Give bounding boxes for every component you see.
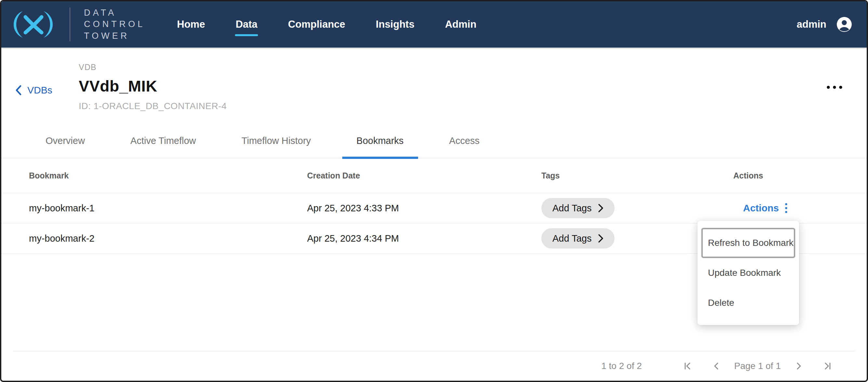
app-wordmark: DATA CONTROL TOWER [84,7,145,42]
actions-dropdown-menu: Refresh to Bookmark Update Bookmark Dele… [698,221,799,325]
pagination-bar: 1 to 2 of 2 Page 1 of 1 [13,351,855,381]
creation-date: Apr 25, 2023 4:34 PM [307,233,541,244]
username-label: admin [797,19,826,30]
topbar-user-area: admin [797,16,852,33]
chevron-right-icon [598,204,603,213]
user-avatar-icon[interactable] [836,16,852,33]
last-page-icon [823,361,832,371]
pagination-range-label: 1 to 2 of 2 [601,361,642,371]
chevron-right-icon [794,361,804,371]
first-page-button[interactable] [681,359,694,373]
add-tags-button[interactable]: Add Tags [541,228,615,248]
table-header-row: Bookmark Creation Date Tags Actions [1,158,867,193]
logo-divider [70,7,70,41]
column-header-tags: Tags [541,171,733,180]
tab-access[interactable]: Access [435,136,494,158]
delphix-mark-icon[interactable] [8,8,58,40]
first-page-icon [683,361,693,371]
add-tags-button[interactable]: Add Tags [541,198,615,218]
app-window: DATA CONTROL TOWER Home Data Compliance … [0,0,868,382]
back-link-label: VDBs [27,85,52,96]
tab-bar: Overview Active Timeflow Timeflow Histor… [1,129,867,158]
column-header-actions: Actions [733,171,854,180]
entity-id-label: ID: 1-ORACLE_DB_CONTAINER-4 [79,101,227,111]
nav-item-home[interactable]: Home [176,15,206,33]
tab-overview[interactable]: Overview [31,136,99,158]
tab-bookmarks[interactable]: Bookmarks [342,136,418,158]
add-tags-label: Add Tags [552,233,591,244]
chevron-left-icon [15,85,22,96]
table-row: my-bookmark-1 Apr 25, 2023 4:33 PM Add T… [1,193,867,224]
chevron-right-icon [598,234,603,243]
horizontal-ellipsis-icon[interactable] [824,83,845,92]
column-header-bookmark: Bookmark [29,171,307,180]
next-page-button[interactable] [792,359,806,373]
pagination-page-label: Page 1 of 1 [734,361,781,371]
back-link-vdbs[interactable]: VDBs [15,85,52,96]
nav-item-data[interactable]: Data [235,15,258,33]
page-header: VDBs VDB VVdb_MIK ID: 1-ORACLE_DB_CONTAI… [1,48,867,129]
previous-page-button[interactable] [710,359,723,373]
creation-date: Apr 25, 2023 4:33 PM [307,203,541,214]
add-tags-label: Add Tags [552,203,591,214]
bookmark-name: my-bookmark-1 [29,203,307,214]
last-page-button[interactable] [820,359,834,373]
actions-label: Actions [743,203,779,214]
top-bar: DATA CONTROL TOWER Home Data Compliance … [1,1,867,48]
main-nav: Home Data Compliance Insights Admin [176,15,477,33]
bookmark-name: my-bookmark-2 [29,233,307,244]
menu-item-update-bookmark[interactable]: Update Bookmark [702,258,795,288]
column-header-creation-date: Creation Date [307,171,541,180]
nav-item-admin[interactable]: Admin [444,15,477,33]
kebab-menu-icon [785,203,788,214]
tab-timeflow-history[interactable]: Timeflow History [227,136,325,158]
menu-item-delete[interactable]: Delete [702,288,795,318]
menu-item-refresh-to-bookmark[interactable]: Refresh to Bookmark [702,228,795,258]
tab-active-timeflow[interactable]: Active Timeflow [116,136,210,158]
nav-item-insights[interactable]: Insights [375,15,415,33]
entity-type-label: VDB [79,62,227,72]
nav-item-compliance[interactable]: Compliance [287,15,346,33]
page-title: VVdb_MIK [79,77,227,95]
row-actions-button[interactable]: Actions [743,203,788,214]
title-block: VDB VVdb_MIK ID: 1-ORACLE_DB_CONTAINER-4 [79,62,227,111]
chevron-left-icon [712,361,721,371]
